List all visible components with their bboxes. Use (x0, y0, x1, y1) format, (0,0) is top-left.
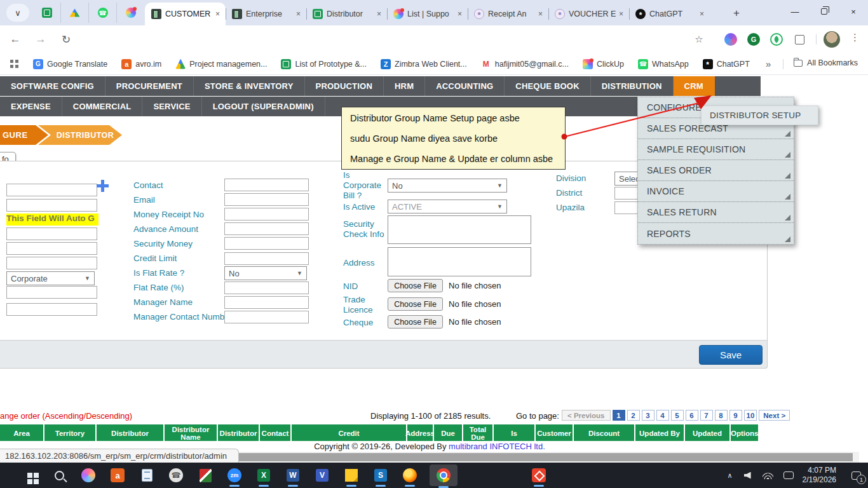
pinned-tab-drive[interactable] (61, 3, 89, 23)
table-column-header[interactable]: Address (407, 424, 433, 442)
table-column-header[interactable]: Options (731, 424, 758, 442)
is-active-select[interactable]: ACTIVE▼ (388, 200, 507, 214)
crm-menu-item[interactable]: SALES ORDER (638, 160, 794, 181)
flat-rate-pct-input[interactable] (224, 281, 309, 294)
taskbar-visio-icon[interactable] (308, 463, 337, 488)
crm-submenu-distributor-setup[interactable]: DISTRIBUTOR SETUP (701, 105, 818, 125)
extension-icon[interactable] (724, 33, 737, 46)
cast-icon[interactable] (783, 471, 794, 479)
page-number-button[interactable]: 7 (700, 410, 713, 421)
tab-distributor[interactable]: Distributor × (306, 3, 387, 25)
menu-item[interactable]: DISTRIBUTION (591, 76, 674, 96)
bookmark-google-translate[interactable]: Google Translate (33, 59, 107, 69)
tray-chevron-icon[interactable]: ∧ (728, 471, 733, 480)
crm-menu-item[interactable]: REPORTS (638, 223, 794, 244)
bookmark-project-management[interactable]: Project managemen... (175, 59, 267, 69)
new-tab-button[interactable]: + (728, 5, 745, 22)
menu-item[interactable]: EXPENSE (0, 97, 62, 116)
taskbar-avro-icon[interactable] (103, 463, 132, 488)
credit-limit-input[interactable] (224, 252, 309, 265)
tab-search-chevron-icon[interactable]: ∨ (6, 4, 29, 22)
crm-menu-item[interactable]: SALES RETURN (638, 202, 794, 223)
table-column-header[interactable]: Updated By (635, 424, 684, 442)
field-a7-input[interactable] (6, 303, 97, 316)
taskbar-red-app-icon[interactable] (524, 463, 553, 488)
menu-item[interactable]: PROCUREMENT (105, 76, 194, 96)
manager-name-input[interactable] (224, 296, 309, 309)
minimize-button[interactable]: — (780, 0, 810, 23)
taskbar-start-icon[interactable] (15, 463, 44, 488)
forward-button[interactable]: → (33, 32, 48, 47)
field-a6-input[interactable] (6, 286, 97, 299)
tab-voucher[interactable]: VOUCHER E × (548, 3, 629, 25)
tab-close-icon[interactable]: × (294, 10, 302, 18)
grammarly-icon[interactable]: G (747, 33, 760, 46)
field-a1-input[interactable] (6, 184, 97, 196)
breadcrumb-distributor[interactable]: DISTRIBUTOR (38, 125, 123, 145)
bookmark-chatgpt[interactable]: ChatGPT (703, 59, 750, 69)
taskbar-whatsapp-icon[interactable] (161, 463, 191, 488)
field-a4-input[interactable] (6, 242, 97, 255)
crm-menu-item[interactable]: SAMPLE REQUISITION (638, 139, 794, 160)
apps-grid-icon[interactable] (10, 60, 19, 69)
leaf-extension-icon[interactable] (770, 33, 783, 46)
bookmark-avro[interactable]: avro.im (121, 59, 161, 69)
next-page-button[interactable]: Next > (759, 410, 790, 421)
cheque-choose-file-button[interactable]: Choose File (388, 315, 443, 329)
page-number-button[interactable]: 10 (744, 410, 757, 421)
page-number-button[interactable]: 5 (671, 410, 684, 421)
taskbar-sticky-notes-icon[interactable] (337, 463, 366, 488)
table-column-header[interactable]: Discount (574, 424, 634, 442)
table-column-header[interactable]: Territory (44, 424, 95, 442)
page-number-button[interactable]: 9 (729, 410, 742, 421)
tab-close-icon[interactable]: × (456, 10, 464, 18)
taskbar-s-app-icon[interactable] (366, 463, 395, 488)
tab-close-icon[interactable]: × (214, 10, 222, 18)
table-column-header[interactable]: Customer (536, 424, 573, 442)
table-column-header[interactable]: Contact (260, 424, 290, 442)
notification-center-icon[interactable]: 1 (844, 463, 868, 488)
menu-item[interactable]: ACCOUNTING (425, 76, 505, 96)
tab-list-support[interactable]: List | Suppo × (387, 3, 468, 25)
menu-item[interactable]: STORE & INVENTORY (194, 76, 305, 96)
table-column-header[interactable]: Due (434, 424, 462, 442)
tab-enterprise[interactable]: Enterprise × (226, 3, 306, 25)
crm-menu-item[interactable]: INVOICE (638, 181, 794, 202)
bookmark-prototype-list[interactable]: List of Prototype &... (281, 59, 367, 69)
menu-item[interactable]: HRM (384, 76, 425, 96)
speaker-icon[interactable] (744, 472, 751, 479)
table-column-header[interactable]: Area (0, 424, 43, 442)
nid-choose-file-button[interactable]: Choose File (388, 279, 443, 292)
bookmarks-overflow-chevron[interactable]: » (766, 58, 771, 69)
horizontal-scrollbar-thumb[interactable] (146, 453, 853, 461)
menu-item[interactable]: SOFTWARE CONFIG (0, 76, 105, 96)
page-number-button[interactable]: 1 (613, 410, 625, 421)
save-button[interactable]: Save (699, 345, 763, 365)
taskbar-copilot-icon[interactable] (74, 463, 103, 488)
tab-receipt[interactable]: Receipt An × (468, 3, 548, 25)
page-number-button[interactable]: 2 (627, 410, 640, 421)
address-textarea[interactable] (388, 247, 531, 276)
field-a3-input[interactable] (6, 227, 97, 240)
bookmark-clickup[interactable]: ClickUp (583, 59, 624, 69)
field-a2-input[interactable] (6, 199, 97, 212)
advance-amount-input[interactable] (224, 222, 309, 235)
maximize-button[interactable] (810, 0, 839, 23)
taskbar-media-icon[interactable] (191, 463, 220, 488)
trade-choose-file-button[interactable]: Choose File (388, 297, 443, 311)
tab-close-icon[interactable]: × (617, 10, 625, 18)
tab-close-icon[interactable]: × (536, 10, 545, 18)
taskbar-zoom-icon[interactable] (220, 463, 249, 488)
pinned-tab-sheets[interactable] (33, 3, 61, 23)
page-number-button[interactable]: 8 (715, 410, 728, 421)
extensions-puzzle-icon[interactable] (793, 33, 806, 46)
taskbar-clock[interactable]: 4:07 PM 2/19/2026 (803, 466, 836, 485)
breadcrumb-configure[interactable]: GURE (0, 125, 48, 145)
table-column-header[interactable]: Total Due (463, 424, 492, 442)
table-column-header[interactable]: Distributor (218, 424, 259, 442)
page-number-button[interactable]: 3 (642, 410, 654, 421)
table-column-header[interactable]: Updated (685, 424, 729, 442)
taskbar-chrome-icon[interactable] (430, 464, 458, 486)
reload-button[interactable]: ↻ (58, 32, 74, 47)
taskbar-excel-icon[interactable] (249, 463, 278, 488)
